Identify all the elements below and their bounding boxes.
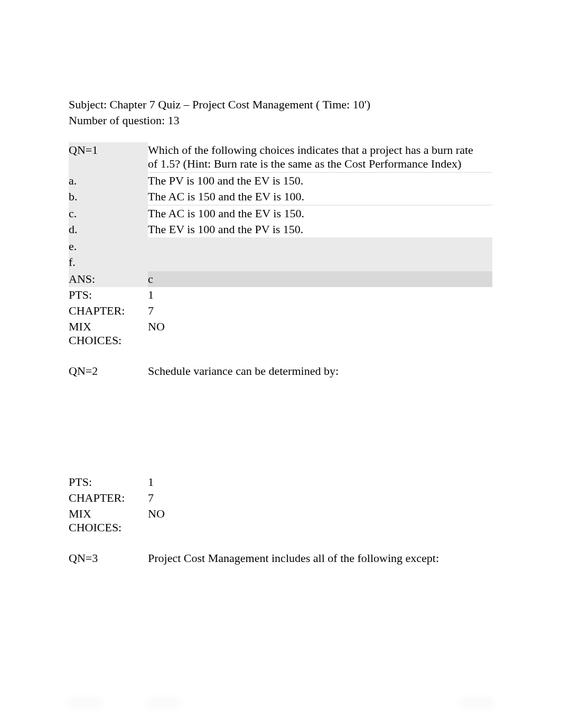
num-questions-line: Number of question: 13 (69, 114, 492, 127)
option-a-label: a. (69, 173, 148, 189)
question-2-block: QN=2 Schedule variance can be determined… (69, 363, 492, 536)
option-c-label: c. (69, 206, 148, 222)
option-a-text: The PV is 100 and the EV is 150. (148, 173, 492, 189)
bottom-fade (0, 686, 561, 728)
chapter-label: CHAPTER: (69, 490, 148, 506)
option-b-label: b. (69, 189, 148, 205)
option-d-label: d. (69, 222, 148, 237)
mix-choices-value: NO (148, 319, 492, 348)
option-d-text: The EV is 100 and the PV is 150. (148, 222, 492, 237)
question-text: Project Cost Management includes all of … (148, 550, 492, 566)
pts-label: PTS: (69, 287, 148, 303)
option-e-label: e. (69, 238, 148, 254)
answer-value: c (148, 271, 492, 287)
answer-label: ANS: (69, 271, 148, 287)
qn-label: QN=2 (69, 363, 148, 379)
option-e-text (148, 238, 492, 254)
mix-choices-label: MIX CHOICES: (69, 319, 148, 348)
document-header: Subject: Chapter 7 Quiz – Project Cost M… (69, 98, 492, 127)
pts-value: 1 (148, 474, 492, 490)
option-b-text: The AC is 150 and the EV is 100. (148, 189, 492, 205)
question-3-block: QN=3 Project Cost Management includes al… (69, 550, 492, 566)
pts-value: 1 (148, 287, 492, 303)
subject-line: Subject: Chapter 7 Quiz – Project Cost M… (69, 98, 492, 112)
qn-label: QN=1 (69, 142, 148, 172)
option-c-text: The AC is 100 and the EV is 150. (148, 206, 492, 222)
option-f-text (148, 254, 492, 270)
mix-choices-label: MIX CHOICES: (69, 506, 148, 536)
option-f-label: f. (69, 254, 148, 270)
question-text: Schedule variance can be determined by: (148, 363, 492, 379)
question-text: of 1.5? (Hint: Burn rate is the same as … (148, 157, 492, 171)
qn-label: QN=3 (69, 550, 148, 566)
chapter-value: 7 (148, 490, 492, 506)
mix-choices-value: NO (148, 506, 492, 536)
chapter-value: 7 (148, 303, 492, 319)
pts-label: PTS: (69, 474, 148, 490)
chapter-label: CHAPTER: (69, 303, 148, 319)
question-text: Which of the following choices indicates… (148, 143, 492, 157)
question-1-block: QN=1 Which of the following choices indi… (69, 142, 492, 348)
